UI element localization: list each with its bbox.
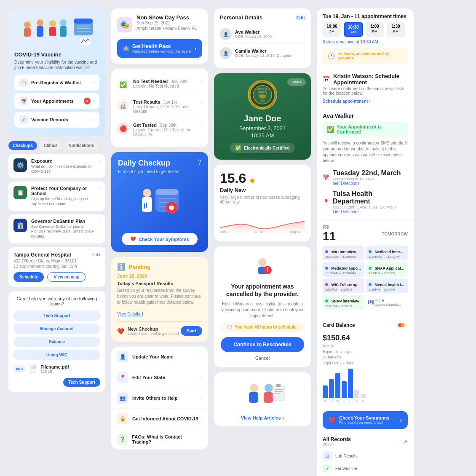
more-appointments[interactable]: More appointments... (366, 295, 408, 310)
svg-text:!: ! (267, 266, 268, 273)
oregon-time: 10:25 AM (251, 132, 274, 139)
records-year: 2022 (323, 442, 351, 447)
cal-event-1[interactable]: Medicaid inter... 10:00AM – 11:00AM (366, 246, 408, 260)
clinics-tab[interactable]: Clinics (40, 141, 62, 150)
person-row-1[interactable]: 👤 Camila Walker DOB: January 12, 2019, D… (220, 44, 305, 62)
event-title-4: WIC Follow up (331, 283, 357, 287)
bar-thu (342, 381, 347, 398)
waitlist-banner: 🕐 16 hours, 45 minutes and 22 seconds (323, 48, 408, 64)
slot-0[interactable]: 10:00 AM (323, 22, 341, 37)
check-symptoms-banner[interactable]: ❤️ Check Your Symptoms Find out if you n… (323, 411, 408, 429)
cal-event-4[interactable]: WIC Follow up 1:00PM – 2:00PM (323, 278, 364, 293)
chat-card: Can I help you with any of the following… (8, 291, 105, 392)
appt-sub: Appointment at 10:30PM (333, 177, 401, 181)
slot-2[interactable]: 1:00 PM (366, 22, 384, 37)
cal-event-2[interactable]: Medicaid appo... 11:00AM – 12:00AM (323, 262, 364, 277)
balance-line4: Expires in 27 days (323, 361, 408, 366)
pending-icon: ℹ️ (117, 263, 126, 271)
bar-sun (361, 394, 366, 398)
week-chart: M T W T (323, 369, 408, 403)
checkups-tab[interactable]: Checkups (8, 141, 37, 150)
update-name-item[interactable]: 👤 Update Your Name › (111, 347, 208, 367)
vaccine-title: COVID-19 Vaccine (14, 51, 99, 58)
event-location: Amphitheater • Miami Beach, FL (136, 26, 197, 31)
svg-point-5 (24, 21, 31, 28)
help-card: View Help Articles › (214, 372, 311, 426)
svg-rect-6 (24, 28, 31, 37)
governor-icon: 🏛️ (13, 219, 27, 232)
record-1[interactable]: 💉 Flu Vaccine (323, 462, 408, 475)
manage-account-btn[interactable]: Manage Account (13, 324, 100, 334)
notifications-tab[interactable]: Notifications (64, 141, 99, 150)
covid-info-item[interactable]: 🔒 Get Informed About COVID-19 › (111, 409, 208, 429)
notif-icon-0: ✅ (117, 79, 129, 91)
stats-chart: Mar 1 Jul 30 Aug 31 (220, 209, 305, 234)
event-time-1: 10:00AM – 11:00AM (369, 255, 405, 259)
share-button[interactable]: Share (287, 78, 306, 86)
edit-state-item[interactable]: 📍 Edit Your State › (111, 367, 208, 388)
protect-card[interactable]: 📋 Protect Your Company or School Sign up… (8, 182, 105, 211)
cancel-link[interactable]: Cancel (221, 356, 304, 361)
get-directions-link-1[interactable]: Get Directions (333, 181, 401, 186)
svg-rect-12 (60, 26, 67, 37)
schedule-button[interactable]: Schedule (13, 272, 44, 282)
using-wic-btn[interactable]: Using WIC (13, 350, 100, 360)
notification-item-0: ✅ No Test Needed July 29th Lincoln; No T… (117, 75, 202, 95)
schedule-appointment-link[interactable]: Schedule appointment › (323, 99, 408, 104)
appt-title: Tuesday 22nd, March (333, 169, 401, 177)
edit-button[interactable]: Edit (296, 15, 305, 20)
person-row-0[interactable]: 👤 Ava Walker DOB: March 19, 1990 › (220, 25, 305, 44)
view-map-button[interactable]: View on map (47, 272, 86, 282)
event-card: 🎭 Non Show Day Pass Sun Sep 19, 2021 Amp… (111, 8, 208, 64)
slot-1[interactable]: 10:30 AM (344, 22, 363, 37)
exposure-card[interactable]: ⚙️ Exposure What do I do if I've been ex… (8, 154, 105, 178)
covid-info-label: Get Informed About COVID-19 (132, 416, 198, 421)
svg-rect-8 (37, 26, 43, 37)
pending-link[interactable]: View Details ℹ (117, 312, 143, 316)
kristin-name: Kristin Watson: Schedule Appointment (333, 73, 408, 86)
records-section: All Records 2022 ↗ 🔬 Lab Results 💉 Flu V… (317, 432, 414, 476)
cancelled-illustration: ! (221, 253, 304, 278)
event-dot (325, 267, 328, 270)
start-button[interactable]: Start (181, 326, 202, 336)
reschedule-button[interactable]: Continue to Reschedule (221, 337, 304, 352)
view-help-link[interactable]: View Help Articles › (241, 415, 284, 420)
pending-heading: Today's Passport Results (117, 281, 202, 286)
tech-support-btn[interactable]: Tech Support (13, 310, 100, 321)
cal-event-3[interactable]: SNAP Applicat... 1:00PM – 2:00PM (366, 262, 408, 277)
event-time-3: 1:00PM – 2:00PM (369, 271, 405, 275)
loc-addr: 5051 S 129th E Ave, Tulsa, OK 74134 (333, 205, 408, 209)
card-balance: Card Balance $150.64 $20.10 Expires in 4… (317, 314, 414, 408)
bar-3 (372, 300, 374, 305)
check-symptoms-button[interactable]: ❤️ Check Your Symptoms (122, 233, 197, 245)
balance-line2: Expires in 4 days (323, 349, 408, 355)
invite-others-item[interactable]: 👥 Invite Others to Help › (111, 388, 208, 409)
bar-wed (335, 373, 340, 398)
svg-rect-42 (249, 392, 258, 403)
balance-btn[interactable]: Balance (13, 337, 100, 347)
pre-register-menu-item[interactable]: 📋 Pre-Register & Waitlist › (14, 75, 99, 91)
arrow-icon: › (283, 415, 284, 420)
heart-icon: ❤️ (130, 236, 136, 242)
notif-title-0: No Test Needed July 29th (133, 79, 197, 84)
faq-item[interactable]: ❓ FAQs: What is Contact Tracing? › (111, 429, 208, 449)
personal-details-card: Personal Details Edit 👤 Ava Walker DOB: … (214, 8, 311, 68)
svg-text:Mar 1: Mar 1 (220, 230, 229, 234)
slot-3[interactable]: 1:30 PM (387, 22, 405, 37)
fri-label: FRI (323, 225, 336, 230)
governor-card[interactable]: 🏛️ Governor DeSantis' Plan See Governor … (8, 214, 105, 243)
notification-item-2: 🔴 Get Tested Sep 30th Lincoln Greene; Ge… (117, 118, 202, 141)
vaccine-records-label: Vaccine Records (31, 117, 68, 122)
get-pass-button[interactable]: 🏥 Get Health Pass Required before workin… (117, 39, 202, 58)
cal-event-5[interactable]: Mental health i... 2:30PM – 3:00PM (366, 278, 408, 293)
chevron-icon: › (201, 123, 202, 127)
balance-amount: $150.64 (323, 334, 408, 342)
cal-event-0[interactable]: WIC Interview 10:30AM – 11:00AM (323, 246, 364, 260)
appointments-menu-item[interactable]: 📅 Your Appointments 3 › (14, 93, 99, 109)
cal-event-6[interactable]: SNAP interview 2:30PM – 3:00PM (323, 295, 364, 310)
vaccine-records-menu-item[interactable]: 💉 Vaccine Records › (14, 112, 99, 128)
record-0[interactable]: 🔬 Lab Results (323, 449, 408, 462)
get-directions-link-2[interactable]: Get Directions (333, 209, 408, 214)
pdf-icon: 📄 (29, 365, 37, 373)
svg-rect-25 (146, 203, 147, 208)
